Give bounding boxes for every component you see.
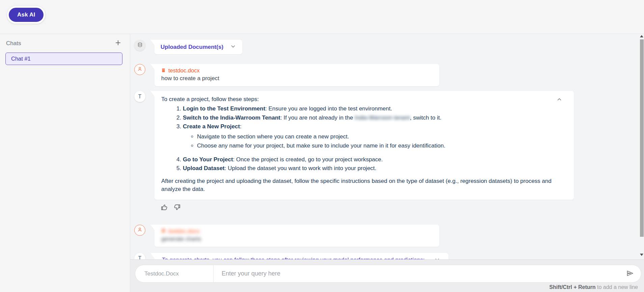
user-message-2-bubble: testdoc.docx generate charts bbox=[155, 225, 439, 247]
hint-shortcut: Shift/Ctrl + Return bbox=[549, 284, 595, 290]
selected-document-label[interactable]: Testdoc.Docx bbox=[135, 265, 214, 282]
user-message-2: testdoc.docx generate charts bbox=[134, 225, 644, 247]
uploaded-docs-label: Uploaded Document(s) bbox=[161, 44, 223, 51]
thumbs-down-button[interactable] bbox=[173, 203, 181, 213]
list-item: Upload Dataset: Upload the dataset you w… bbox=[183, 164, 554, 172]
send-icon bbox=[625, 269, 635, 279]
bot-message-answer-2: T To generate charts, you can follow the… bbox=[134, 253, 644, 259]
answer-outro: After creating the project and uploading… bbox=[161, 177, 554, 194]
doc-name: testdoc.docx bbox=[168, 228, 200, 234]
message-doc-reference[interactable]: testdoc.docx bbox=[161, 67, 432, 74]
doc-name: testdoc.docx bbox=[168, 67, 200, 74]
scroll-up-arrow-icon[interactable] bbox=[640, 35, 643, 37]
composer-bar: Testdoc.Docx Shift/Ctrl + Return to add … bbox=[130, 259, 644, 292]
feedback-bar bbox=[160, 203, 644, 213]
uploaded-docs-bubble[interactable]: Uploaded Document(s) bbox=[155, 40, 242, 54]
doc-stack-icon bbox=[161, 228, 166, 234]
chevron-up-icon bbox=[556, 98, 562, 103]
chevron-down-icon[interactable] bbox=[230, 43, 236, 51]
bot-avatar: T bbox=[134, 91, 145, 102]
bot-avatar: T bbox=[134, 253, 145, 259]
answer-intro: To create a project, follow these steps: bbox=[161, 95, 554, 103]
answer-substeps-list: Navigate to the section where you can cr… bbox=[183, 133, 554, 150]
answer-2-bubble: To generate charts, you can follow these… bbox=[155, 253, 448, 259]
bot-avatar-letter: T bbox=[138, 94, 142, 100]
collapse-answer-button[interactable] bbox=[556, 96, 563, 104]
new-chat-button[interactable] bbox=[114, 38, 122, 48]
thumbs-up-icon bbox=[161, 207, 168, 212]
query-input[interactable] bbox=[214, 265, 619, 282]
answer-2-text: To generate charts, you can follow these… bbox=[162, 257, 425, 259]
answer-1-bubble: To create a project, follow these steps:… bbox=[155, 91, 574, 200]
bot-message-uploaded-docs: Uploaded Document(s) bbox=[134, 40, 644, 54]
database-icon bbox=[137, 42, 143, 49]
user-avatar bbox=[134, 64, 145, 75]
sidebar-item-chat-1[interactable]: Chat #1 bbox=[5, 53, 122, 65]
user-message-1-bubble: testdoc.docx how to create a project bbox=[155, 64, 439, 86]
thumbs-up-button[interactable] bbox=[160, 203, 169, 213]
doc-stack-icon bbox=[161, 68, 166, 74]
bot-avatar bbox=[134, 40, 145, 51]
user-message-1: testdoc.docx how to create a project bbox=[134, 64, 644, 86]
chat-scroll-area: Uploaded Document(s) bbox=[130, 34, 644, 259]
user-query-text: how to create a project bbox=[161, 75, 432, 82]
top-bar: Ask AI bbox=[0, 0, 644, 34]
list-item: Choose any name for your project, but ma… bbox=[197, 142, 554, 150]
expand-answer-button[interactable] bbox=[433, 256, 441, 259]
list-item: Create a New Project: Navigate to the se… bbox=[183, 123, 554, 150]
chat-panel: Uploaded Document(s) bbox=[130, 34, 644, 292]
plus-icon bbox=[114, 39, 122, 47]
chat-scrollbar[interactable] bbox=[640, 34, 644, 259]
answer-steps-list: Login to the Test Environment: Ensure yo… bbox=[161, 105, 554, 172]
message-doc-reference-redacted[interactable]: testdoc.docx bbox=[161, 228, 432, 234]
chats-heading: Chats bbox=[6, 40, 21, 47]
user-avatar bbox=[134, 225, 145, 236]
sidebar: Chats Chat #1 bbox=[0, 34, 130, 292]
person-icon bbox=[137, 66, 143, 73]
list-item: Go to Your Project: Once the project is … bbox=[183, 156, 554, 164]
bot-message-answer-1: T To create a project, follow these step… bbox=[134, 91, 644, 200]
ask-ai-button[interactable]: Ask AI bbox=[7, 6, 45, 24]
hint-text: to add a new line bbox=[596, 284, 638, 290]
app-window: Ask AI Chats Chat #1 bbox=[0, 0, 644, 292]
list-item: Login to the Test Environment: Ensure yo… bbox=[183, 105, 554, 113]
scroll-down-arrow-icon[interactable] bbox=[640, 254, 643, 256]
redacted-text: India-Warroom tenant bbox=[355, 114, 410, 122]
user-query-text-redacted: generate charts bbox=[161, 236, 432, 242]
query-input-container: Testdoc.Docx bbox=[135, 265, 641, 283]
send-button[interactable] bbox=[619, 269, 641, 279]
chevron-down-icon bbox=[434, 257, 440, 259]
thumbs-down-icon bbox=[173, 207, 181, 212]
bot-avatar-letter: T bbox=[138, 255, 142, 259]
person-icon bbox=[137, 226, 143, 234]
scrollbar-thumb[interactable] bbox=[640, 39, 644, 237]
chat-item-label: Chat #1 bbox=[11, 56, 31, 62]
list-item: Switch to the India-Warroom Tenant: If y… bbox=[183, 114, 554, 122]
list-item: Navigate to the section where you can cr… bbox=[197, 133, 554, 141]
newline-hint: Shift/Ctrl + Return to add a new line bbox=[135, 284, 641, 290]
